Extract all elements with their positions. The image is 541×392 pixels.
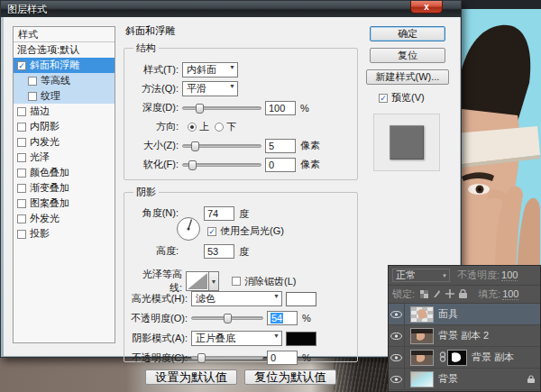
sidebar-item-stroke[interactable]: 描边 xyxy=(14,104,115,119)
checkbox-icon[interactable] xyxy=(17,169,26,178)
dialog-title: 图层样式 xyxy=(7,3,47,16)
shadow-opacity-slider[interactable] xyxy=(191,352,263,363)
style-label: 样式(T): xyxy=(130,63,182,77)
lock-position-icon[interactable] xyxy=(445,289,454,300)
checkbox-icon[interactable] xyxy=(17,138,26,147)
soften-unit: 像素 xyxy=(296,158,320,171)
layer-name[interactable]: 背景 副本 xyxy=(472,351,514,364)
shadow-opacity-unit: % xyxy=(298,352,311,363)
soften-input[interactable]: 0 xyxy=(265,158,296,172)
shadow-opacity-thumb[interactable] xyxy=(197,353,206,363)
lock-all-icon[interactable] xyxy=(459,289,467,300)
depth-slider-thumb[interactable] xyxy=(196,104,204,114)
gloss-contour-picker[interactable] xyxy=(186,271,209,291)
reset-default-button[interactable]: 复位为默认值 xyxy=(244,369,336,385)
shading-legend: 阴影 xyxy=(133,186,159,199)
sidebar-item-contour[interactable]: 等高线 xyxy=(14,73,115,88)
preview-checkbox[interactable]: ✓ xyxy=(379,94,388,103)
depth-slider[interactable] xyxy=(182,103,261,114)
shadow-opacity-input[interactable]: 0 xyxy=(267,351,298,365)
sidebar-item-inner-glow[interactable]: 内发光 xyxy=(14,134,115,150)
highlight-mode-select[interactable]: 滤色▼ xyxy=(191,291,282,306)
antialias-checkbox[interactable] xyxy=(232,277,241,286)
visibility-eye-icon[interactable] xyxy=(389,304,405,325)
depth-input[interactable]: 100 xyxy=(265,101,296,115)
highlight-opacity-slider[interactable] xyxy=(191,313,263,324)
direction-up-label: 上 xyxy=(199,120,209,133)
checkbox-icon[interactable] xyxy=(17,199,26,208)
layer-thumbnail[interactable] xyxy=(410,371,434,387)
gloss-contour-arrow[interactable]: ▼ xyxy=(209,271,219,291)
fill-value[interactable]: 100 xyxy=(502,288,518,300)
layer-thumbnail[interactable] xyxy=(410,350,434,366)
highlight-color-swatch[interactable] xyxy=(286,292,316,306)
highlight-opacity-thumb[interactable] xyxy=(224,314,232,324)
sidebar-item-inner-shadow[interactable]: 内阴影 xyxy=(14,119,115,134)
sidebar-item-color-overlay[interactable]: 颜色叠加 xyxy=(14,165,115,180)
checkbox-icon[interactable] xyxy=(28,92,37,101)
lock-pixels-icon[interactable] xyxy=(433,289,441,300)
chevron-down-icon: ▼ xyxy=(273,333,280,339)
chevron-down-icon: ▼ xyxy=(229,83,235,89)
technique-select[interactable]: 平滑▼ xyxy=(182,81,238,96)
sidebar-item-outer-glow[interactable]: 外发光 xyxy=(14,211,115,226)
visibility-eye-icon[interactable] xyxy=(389,325,405,347)
direction-up-radio[interactable] xyxy=(188,123,197,132)
layer-name[interactable]: 面具 xyxy=(438,307,458,321)
dialog-titlebar[interactable]: 图层样式 xyxy=(1,1,461,17)
ok-button[interactable]: 确定 xyxy=(370,26,445,41)
checkbox-icon[interactable] xyxy=(28,77,37,86)
sidebar-item-gradient-overlay[interactable]: 渐变叠加 xyxy=(14,180,115,196)
highlight-opacity-input[interactable]: 54 xyxy=(267,311,298,325)
layer-row-bg-copy[interactable]: 背景 副本 xyxy=(389,347,540,369)
set-default-button[interactable]: 设置为默认值 xyxy=(145,369,237,385)
soften-label: 软化(F): xyxy=(130,158,182,171)
new-style-button[interactable]: 新建样式(W)... xyxy=(366,69,449,85)
sidebar-item-bevel-emboss[interactable]: ✓斜面和浮雕 xyxy=(14,58,115,73)
checkbox-icon[interactable] xyxy=(17,184,26,193)
soften-slider[interactable] xyxy=(182,160,261,170)
checkbox-icon[interactable] xyxy=(17,123,26,132)
size-slider-thumb[interactable] xyxy=(191,141,199,151)
soften-slider-thumb[interactable] xyxy=(188,160,197,170)
checkbox-icon[interactable] xyxy=(17,230,26,239)
angle-dial[interactable] xyxy=(177,217,200,241)
layer-thumbnail[interactable] xyxy=(410,328,434,344)
blend-mode-select[interactable]: 正常▼ xyxy=(392,269,450,282)
checkbox-icon[interactable] xyxy=(17,214,26,223)
sidebar-item-satin[interactable]: 光泽 xyxy=(14,150,115,165)
sidebar-item-drop-shadow[interactable]: 投影 xyxy=(14,226,115,242)
layer-mask-link-icon[interactable] xyxy=(439,351,446,364)
angle-input[interactable]: 74 xyxy=(204,206,234,221)
layer-row-bg-copy-2[interactable]: 背景 副本 2 xyxy=(389,325,540,347)
depth-unit: % xyxy=(296,103,309,114)
checkbox-icon[interactable]: ✓ xyxy=(17,61,26,70)
lock-transparency-icon[interactable] xyxy=(420,289,428,300)
sidebar-item-texture[interactable]: 纹理 xyxy=(14,88,115,104)
visibility-eye-icon[interactable] xyxy=(389,369,405,390)
layer-row-mask[interactable]: 面具 xyxy=(389,304,540,325)
reset-button[interactable]: 复位 xyxy=(370,48,445,63)
shadow-mode-select[interactable]: 正片叠底▼ xyxy=(191,331,282,346)
visibility-eye-icon[interactable] xyxy=(389,347,405,369)
global-light-checkbox[interactable]: ✓ xyxy=(207,227,216,236)
sidebar-item-pattern-overlay[interactable]: 图案叠加 xyxy=(14,196,115,211)
layer-name[interactable]: 背景 副本 2 xyxy=(438,329,489,342)
size-input[interactable]: 5 xyxy=(265,139,296,153)
shading-group: 阴影 角度(N): 74 度 ✓ xyxy=(124,186,358,362)
checkbox-icon[interactable] xyxy=(17,153,26,162)
shadow-color-swatch[interactable] xyxy=(286,332,316,346)
altitude-input[interactable]: 53 xyxy=(204,244,234,259)
size-slider[interactable] xyxy=(182,141,261,151)
direction-down-radio[interactable] xyxy=(215,123,224,132)
checkbox-icon[interactable] xyxy=(17,107,26,116)
style-select[interactable]: 内斜面▼ xyxy=(182,62,238,77)
layer-row-background[interactable]: 背景 xyxy=(389,369,540,390)
angle-unit: 度 xyxy=(234,207,249,221)
close-button[interactable]: x xyxy=(410,1,443,14)
layer-thumbnail[interactable] xyxy=(410,306,434,323)
layer-name[interactable]: 背景 xyxy=(438,372,458,386)
sidebar-item-blending-options[interactable]: 混合选项:默认 xyxy=(14,42,115,58)
layer-mask-thumbnail[interactable] xyxy=(447,350,467,366)
opacity-value[interactable]: 100 xyxy=(501,269,518,281)
